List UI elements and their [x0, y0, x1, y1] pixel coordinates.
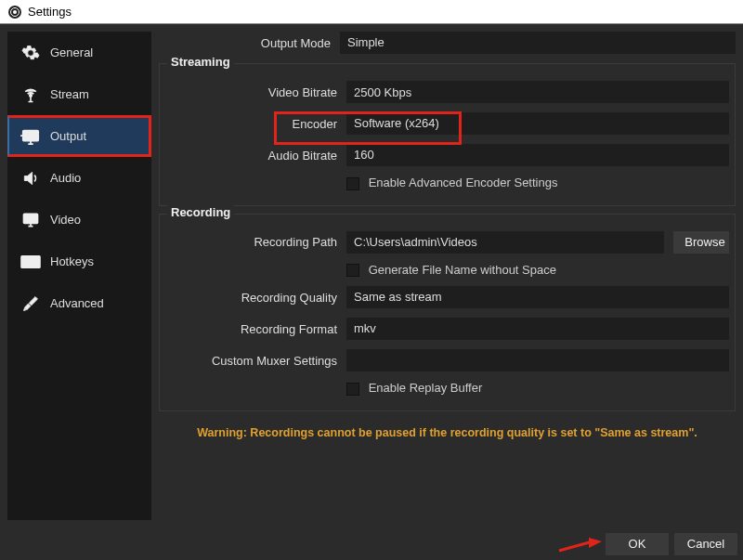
streaming-group: Streaming Video Bitrate Encoder Software… [159, 63, 736, 206]
ok-button[interactable]: OK [606, 533, 669, 555]
app-icon [7, 5, 22, 20]
output-mode-row: Output Mode Simple [159, 32, 736, 54]
replay-buffer-checkbox[interactable] [346, 383, 359, 396]
footer: OK Cancel [0, 527, 743, 560]
replay-buffer-label: Enable Replay Buffer [369, 381, 483, 395]
recording-path-label: Recording Path [165, 235, 346, 249]
muxer-input[interactable] [346, 349, 729, 371]
sidebar-item-output[interactable]: Output [7, 115, 151, 157]
gen-no-space-checkbox[interactable] [346, 264, 359, 277]
gen-no-space-label: Generate File Name without Space [369, 263, 556, 277]
sidebar-item-stream[interactable]: Stream [7, 73, 151, 115]
recording-quality-label: Recording Quality [165, 291, 346, 305]
gear-icon [20, 43, 41, 63]
content-area: General Stream Output Audio Video [0, 24, 743, 527]
speaker-icon [20, 168, 41, 189]
sidebar-item-label: Advanced [50, 296, 104, 310]
monitor-icon [20, 210, 41, 230]
keyboard-icon [20, 252, 41, 272]
output-icon [20, 126, 41, 147]
sidebar-item-label: General [50, 46, 93, 59]
audio-bitrate-select[interactable]: 160 [346, 144, 729, 166]
main-panel: Output Mode Simple Streaming Video Bitra… [159, 32, 736, 520]
video-bitrate-input[interactable] [346, 81, 729, 103]
recording-quality-select[interactable]: Same as stream [346, 286, 729, 308]
sidebar-item-advanced[interactable]: Advanced [7, 282, 151, 324]
sidebar-item-general[interactable]: General [7, 32, 151, 73]
adv-encoder-label: Enable Advanced Encoder Settings [369, 176, 558, 189]
svg-rect-5 [24, 214, 38, 223]
antenna-icon [20, 85, 41, 105]
output-mode-select[interactable]: Simple [340, 32, 736, 54]
sidebar-item-label: Audio [50, 171, 81, 185]
muxer-label: Custom Muxer Settings [165, 354, 346, 368]
titlebar: Settings [0, 0, 743, 24]
audio-bitrate-label: Audio Bitrate [165, 149, 346, 163]
sidebar-item-label: Output [50, 129, 86, 143]
sidebar: General Stream Output Audio Video [7, 32, 151, 520]
encoder-label: Encoder [165, 117, 346, 131]
streaming-title: Streaming [167, 55, 234, 69]
recording-group: Recording Recording Path Browse Generate… [159, 214, 736, 411]
recording-title: Recording [167, 205, 234, 219]
window-title: Settings [28, 5, 72, 19]
video-bitrate-label: Video Bitrate [165, 85, 346, 99]
arrow-annotation-icon [557, 536, 606, 554]
sidebar-item-video[interactable]: Video [7, 199, 151, 241]
cancel-button[interactable]: Cancel [674, 533, 737, 555]
recording-path-input[interactable] [346, 231, 664, 254]
adv-encoder-checkbox[interactable] [346, 177, 359, 190]
svg-point-2 [13, 10, 17, 14]
sidebar-item-label: Hotkeys [50, 254, 94, 268]
encoder-select[interactable]: Software (x264) [346, 112, 729, 135]
recording-format-label: Recording Format [165, 322, 346, 336]
recording-format-select[interactable]: mkv [346, 318, 729, 340]
sidebar-item-audio[interactable]: Audio [7, 157, 151, 199]
tools-icon [20, 293, 41, 314]
warning-text: Warning: Recordings cannot be paused if … [159, 426, 736, 439]
browse-button[interactable]: Browse [673, 231, 729, 254]
sidebar-item-label: Stream [50, 87, 89, 101]
sidebar-item-hotkeys[interactable]: Hotkeys [7, 241, 151, 282]
sidebar-item-label: Video [50, 213, 81, 227]
output-mode-label: Output Mode [159, 36, 340, 50]
